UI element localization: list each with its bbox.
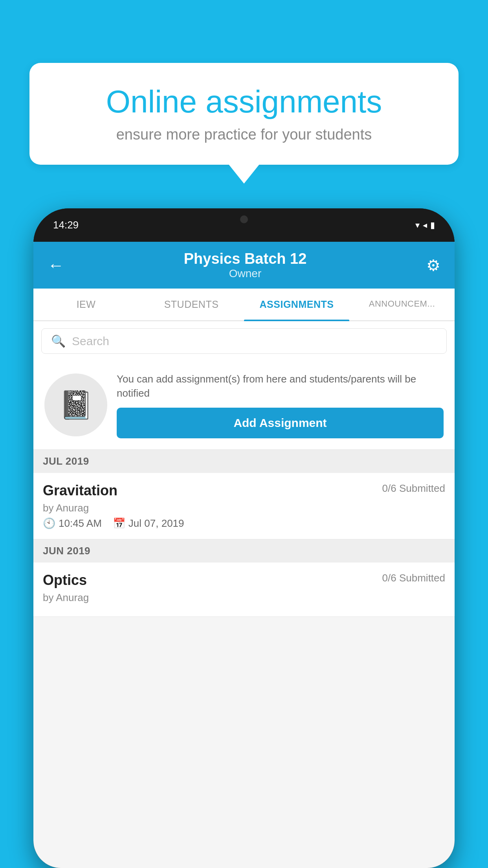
- assignment-time-date-gravitation: 🕙 10:45 AM 📅 Jul 07, 2019: [43, 517, 445, 530]
- camera: [240, 215, 248, 223]
- speech-bubble-title: Online assignments: [57, 85, 431, 119]
- promo-section: 📓 You can add assignment(s) from here an…: [33, 361, 455, 450]
- speech-bubble: Online assignments ensure more practice …: [29, 63, 459, 165]
- status-bar: 14:29 ▾ ◂ ▮: [33, 208, 455, 242]
- tab-students[interactable]: STUDENTS: [139, 289, 244, 320]
- speech-bubble-subtitle: ensure more practice for your students: [57, 126, 431, 143]
- search-placeholder: Search: [72, 335, 109, 348]
- battery-icon: ▮: [430, 220, 435, 230]
- assignment-item-gravitation[interactable]: Gravitation 0/6 Submitted by Anurag 🕙 10…: [33, 473, 455, 539]
- search-bar-wrapper: 🔍 Search: [33, 321, 455, 361]
- back-button[interactable]: ←: [48, 256, 64, 275]
- phone-notch: [209, 208, 279, 230]
- promo-description: You can add assignment(s) from here and …: [117, 372, 444, 401]
- promo-icon-circle: 📓: [44, 373, 107, 436]
- status-icons: ▾ ◂ ▮: [415, 220, 435, 230]
- assignment-title-gravitation: Gravitation: [43, 482, 117, 499]
- section-header-jun: JUN 2019: [33, 539, 455, 563]
- section-header-jul: JUL 2019: [33, 450, 455, 473]
- phone-frame: 14:29 ▾ ◂ ▮ ← Physics Batch 12 Owner ⚙: [33, 208, 455, 868]
- notebook-icon: 📓: [59, 389, 93, 421]
- date-item: 📅 Jul 07, 2019: [113, 517, 184, 530]
- tab-iew[interactable]: IEW: [33, 289, 139, 320]
- tabs-row: IEW STUDENTS ASSIGNMENTS ANNOUNCEM...: [33, 289, 455, 321]
- assignment-submitted-optics: 0/6 Submitted: [382, 572, 445, 584]
- wifi-icon: ▾: [415, 220, 420, 230]
- header-title: Physics Batch 12: [184, 250, 307, 267]
- time-item: 🕙 10:45 AM: [43, 517, 102, 530]
- assignment-title-optics: Optics: [43, 572, 87, 588]
- speech-bubble-container: Online assignments ensure more practice …: [29, 63, 459, 165]
- assignment-date: Jul 07, 2019: [128, 517, 184, 530]
- tab-assignments[interactable]: ASSIGNMENTS: [244, 289, 349, 320]
- status-time: 14:29: [53, 219, 79, 231]
- search-bar[interactable]: 🔍 Search: [41, 328, 447, 354]
- add-assignment-button[interactable]: Add Assignment: [117, 408, 444, 438]
- signal-icon: ◂: [423, 220, 427, 230]
- assignment-by-gravitation: by Anurag: [43, 502, 445, 514]
- header-title-group: Physics Batch 12 Owner: [184, 250, 307, 280]
- header-subtitle: Owner: [184, 267, 307, 280]
- assignment-item-header-optics: Optics 0/6 Submitted: [43, 572, 445, 588]
- assignment-item-optics[interactable]: Optics 0/6 Submitted by Anurag: [33, 563, 455, 617]
- app-header: ← Physics Batch 12 Owner ⚙: [33, 242, 455, 289]
- clock-icon: 🕙: [43, 517, 55, 530]
- settings-button[interactable]: ⚙: [426, 256, 440, 274]
- search-icon: 🔍: [51, 334, 66, 348]
- assignment-by-optics: by Anurag: [43, 592, 445, 604]
- assignment-item-header: Gravitation 0/6 Submitted: [43, 482, 445, 499]
- app-screen: ← Physics Batch 12 Owner ⚙ IEW STUDENTS …: [33, 242, 455, 868]
- promo-content: You can add assignment(s) from here and …: [117, 372, 444, 438]
- calendar-icon: 📅: [113, 517, 125, 530]
- assignment-time: 10:45 AM: [59, 517, 102, 530]
- tab-announcements[interactable]: ANNOUNCEM...: [349, 289, 455, 320]
- assignment-submitted-gravitation: 0/6 Submitted: [382, 482, 445, 495]
